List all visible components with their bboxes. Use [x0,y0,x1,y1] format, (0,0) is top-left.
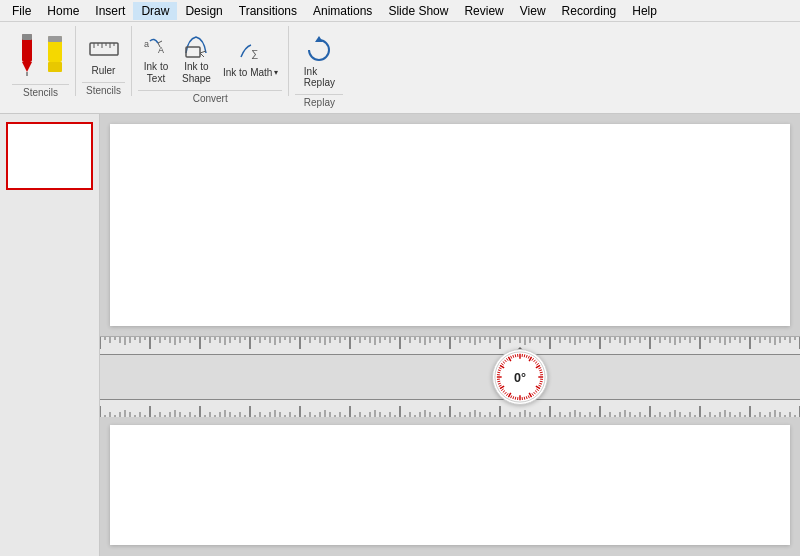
ink-to-math-label: Ink to Math ▾ [223,67,278,79]
svg-text:a: a [144,39,149,49]
svg-rect-6 [48,62,62,72]
canvas-area: // ticks drawn via JS below [100,114,800,556]
ruler-middle: 0° [100,355,800,399]
ruler-label: Ruler [92,65,116,77]
menu-help[interactable]: Help [624,2,665,20]
replay-label: Replay [295,94,343,110]
ruler-ticks-top-svg: // ticks drawn via JS below [100,337,800,355]
menu-file[interactable]: File [4,2,39,20]
yellow-highlighter-button[interactable] [42,30,68,82]
ribbon-content: Stencils [0,22,800,113]
ruler-strip-bottom [100,399,800,417]
slide-canvas-lower[interactable] [110,425,790,545]
convert-label: Convert [138,90,282,106]
ribbon-group-convert: a A Ink toText [132,26,289,96]
main-area: // ticks drawn via JS below [0,114,800,556]
convert-buttons: a A Ink toText [138,26,282,88]
menu-home[interactable]: Home [39,2,87,20]
ink-to-text-label: Ink toText [144,61,168,85]
stencils2-label: Stencils [82,82,125,98]
ink-to-text-icon: a A [142,33,170,61]
svg-text:A: A [158,45,164,55]
pen-buttons [12,26,69,82]
svg-line-167 [524,354,525,357]
ruler-container: // ticks drawn via JS below [100,336,800,416]
dial-svg: 0° [493,349,547,405]
svg-rect-20 [186,47,200,57]
svg-line-212 [497,372,500,373]
slide-canvas-upper[interactable] [110,124,790,326]
menu-design[interactable]: Design [177,2,230,20]
thumbnail-panel [0,114,100,556]
svg-line-223 [515,354,516,357]
ink-replay-icon [303,34,335,66]
menu-view[interactable]: View [512,2,554,20]
stencils-label: Stencils [12,84,69,100]
menu-slideshow[interactable]: Slide Show [380,2,456,20]
menu-review[interactable]: Review [456,2,511,20]
svg-text:∑: ∑ [251,48,258,59]
ruler-button[interactable]: Ruler [83,30,125,80]
ribbon-group-pens: Stencils [6,26,76,96]
ribbon-group-replay: InkReplay Replay [289,26,349,96]
svg-line-208 [497,381,500,382]
replay-buttons: InkReplay [295,26,343,92]
svg-line-178 [540,372,543,373]
ink-to-shape-label: Ink toShape [182,61,211,85]
yellow-highlighter-icon [44,32,66,76]
menu-transitions[interactable]: Transitions [231,2,305,20]
svg-marker-22 [315,36,323,42]
menu-recording[interactable]: Recording [554,2,625,20]
menu-draw[interactable]: Draw [133,2,177,20]
ink-to-math-icon: ∑ [237,39,265,67]
ink-replay-label: InkReplay [304,66,335,88]
menu-animations[interactable]: Animations [305,2,380,20]
red-pen-button[interactable] [14,30,40,82]
svg-line-193 [524,397,525,400]
ink-to-math-button[interactable]: ∑ Ink to Math ▾ [219,36,282,82]
svg-rect-1 [22,34,32,40]
ink-to-shape-icon [182,33,210,61]
svg-marker-2 [22,62,32,72]
ribbon: Stencils [0,22,800,114]
svg-line-15 [158,41,162,43]
ink-to-text-button[interactable]: a A Ink toText [138,30,174,88]
ruler-ticks-bottom-svg [100,400,800,417]
upper-slide-area [100,114,800,336]
menu-insert[interactable]: Insert [87,2,133,20]
ruler-icon-container [88,33,120,65]
ribbon-group-stencils2: Ruler Stencils [76,26,132,96]
red-pen-icon [16,32,38,76]
ink-replay-button[interactable]: InkReplay [295,30,343,92]
ruler-buttons: Ruler [82,26,125,80]
menu-bar: File Home Insert Draw Design Transitions… [0,0,800,22]
ruler-icon [88,33,120,65]
slide-thumbnail-1[interactable] [6,122,93,190]
ink-to-shape-button[interactable]: Ink toShape [178,30,215,88]
svg-text:0°: 0° [514,371,526,385]
lower-slide-area [100,416,800,556]
svg-line-197 [515,397,516,400]
svg-line-182 [540,381,543,382]
ruler-strip-top: // ticks drawn via JS below [100,337,800,355]
angle-dial[interactable]: 0° [492,349,548,405]
svg-rect-5 [48,36,62,42]
